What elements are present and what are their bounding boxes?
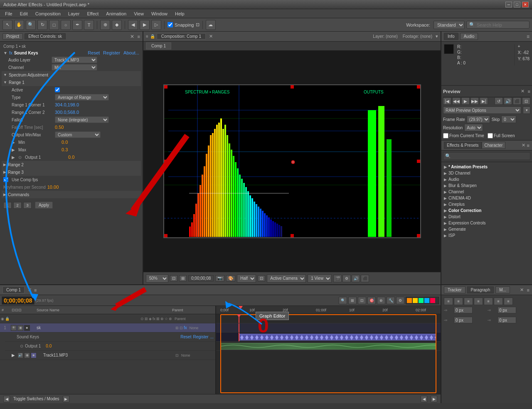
view-select[interactable]: 1 View [308,274,332,283]
loop-btn[interactable]: ↺ [495,97,503,105]
range3-header[interactable]: ▶ Range 3 [2,168,141,176]
tl-btn-2[interactable]: ⊡ [358,297,366,304]
effect-icon[interactable]: fx [153,317,155,321]
timeline-color-1[interactable] [407,298,412,303]
menu-effect[interactable]: Effect [84,10,102,17]
use-comp-fps-checkbox[interactable] [3,177,8,182]
comp-fit-btn[interactable]: ⊡ [170,275,177,281]
layer-eye-1[interactable]: 👁 [11,325,17,331]
render-btn-1[interactable]: 🎬 [333,275,342,282]
effects-category-cineplus[interactable]: ▶ Cineplus [442,201,531,207]
timecode-display[interactable]: 0;00;00;08 [188,275,214,281]
menu-file[interactable]: File [2,10,16,17]
output1-tl-value[interactable]: 0.0 [46,344,52,348]
close-button[interactable]: ✕ [522,2,529,7]
skip-select[interactable]: 0 [501,116,516,123]
preview-menu[interactable]: ≡ [528,89,530,94]
sublayer-sound-keys[interactable]: Sound Keys Reset Register ... [5,333,215,342]
project-tab[interactable]: Project [2,33,23,39]
timeline-color-4[interactable] [424,298,429,303]
tool-text[interactable]: T [84,20,94,30]
effects-presets-tab[interactable]: Effects & Presets [444,142,482,149]
comp-close-icon[interactable]: ✕ [209,34,213,39]
solo-icon[interactable]: ◉ [1,317,4,321]
effects-category-isp[interactable]: ▶ ISP [442,232,531,239]
timeline-close[interactable]: ✕ [28,287,32,293]
ram-preview-select[interactable]: RAM Preview Options [443,106,521,114]
audio-waveform-bar[interactable] [220,343,436,350]
layer-color-1[interactable]: ■ [24,325,30,331]
frame-blend-icon[interactable]: ⊠ [156,317,160,321]
effect-controls-tab[interactable]: Effect Controls: sk [25,33,66,39]
spectrum-adjustment-header[interactable]: ▼ Spectrum Adjustment [2,71,141,79]
layer-switch-1a[interactable]: ⊞ [175,326,179,330]
range1-corner2-value[interactable]: 300.0,568.0 [55,110,79,115]
min-value[interactable]: 0.0 [62,140,68,145]
snapshot-btn[interactable]: 📷 [215,275,224,281]
tool-next-frame[interactable]: ▶ [140,20,150,30]
timeline-timecode[interactable]: 0;00;00;08 [2,296,34,305]
menu-edit[interactable]: Edit [17,10,31,17]
ec-about-link[interactable]: About... [123,50,139,55]
tl-btn-6[interactable]: ⚙ [396,297,404,304]
timeline-menu[interactable]: ≡ [34,288,37,293]
tool-anchor[interactable]: ⊕ [100,20,110,30]
align-left-btn[interactable]: ≡ [444,298,453,305]
tool-ram-preview[interactable]: ▷ [151,20,161,30]
sublayer-output1[interactable]: ⊙ Output 1 0.0 [5,342,215,351]
sound-keys-more[interactable]: ... [210,335,214,339]
ec-reset-link[interactable]: Reset [88,50,100,55]
toggle-btn-1[interactable]: ◀ [3,396,10,402]
align-justify4-btn[interactable]: ≡ [504,298,513,305]
prev-frame-btn[interactable]: ◀◀ [452,97,461,105]
menu-composition[interactable]: Composition [32,10,64,17]
align-right-btn[interactable]: ≡ [464,298,473,305]
effects-category-expression[interactable]: ▶ Expression Controls [442,220,531,226]
comp-menu-icon[interactable]: ▾ [436,34,438,39]
tool-shape-rect[interactable]: □ [49,20,59,30]
layer-fx-badge[interactable]: fx [184,325,187,330]
layer-eye-2[interactable]: 🔊 [17,352,23,358]
keyframes-value[interactable]: 10.00 [47,185,59,190]
tool-motion-blur[interactable]: ☁ [206,20,216,30]
play-btn[interactable]: ▶ [461,97,470,105]
fullscreen-preview-btn[interactable]: ⊡ [522,97,530,105]
m-tab[interactable]: M... [495,286,510,293]
tool-prev-frame[interactable]: ◀ [128,20,138,30]
effects-close[interactable]: ✕ [522,143,525,148]
falloff-time-value[interactable]: 0.50 [55,125,64,130]
align-center-btn[interactable]: ≡ [454,298,463,305]
sound-keys-register[interactable]: Register [193,335,208,339]
camera-select[interactable]: Active Camera [267,274,306,283]
effects-category-color[interactable]: ▶ Color Correction [442,207,531,214]
shy-icon[interactable]: ⊙ [140,317,144,321]
timeline-tab[interactable]: Comp 1 [2,286,25,293]
workspace-select[interactable]: Standard [433,21,465,29]
tl-btn-3[interactable]: 🎯 [367,297,376,304]
next-frame-btn[interactable]: ▶▶ [470,97,479,105]
ec-register-link[interactable]: Register [103,50,120,55]
effects-search-input[interactable] [453,154,528,158]
comp-panel-icon[interactable]: ≡ [146,34,148,39]
layer-solo-1[interactable]: ◉ [17,325,23,331]
timeline-color-3[interactable] [419,298,424,303]
range1-corner1-value[interactable]: 304.0,198.0 [55,102,79,107]
composition-viewer[interactable]: SPECTRUM • RANGES OUTPUTS [143,51,441,272]
effects-category-3d[interactable]: ▶ 3D Channel [442,170,531,176]
cmd-btn-2[interactable]: 2 [13,202,22,209]
effects-category-channel[interactable]: ▶ Channel [442,189,531,195]
timeline-color-5[interactable] [430,298,435,303]
timeline-nav-right[interactable]: ▶ [431,396,437,402]
layer-name-audio[interactable]: Track11.MP3 [42,353,174,357]
layer-switch-2a[interactable]: ⊡ [175,353,179,357]
tool-hand[interactable]: ✋ [14,20,24,30]
adjustment-icon[interactable]: ☆ [165,317,168,321]
menu-view[interactable]: View [131,10,147,17]
timeline-nav-left[interactable]: ◀ [421,396,427,402]
tl-btn-5[interactable]: 🔧 [387,297,395,304]
minimize-button[interactable]: ─ [505,2,512,7]
3d-icon[interactable]: ⊗ [169,317,172,321]
skip-end-btn[interactable]: ▶| [480,97,488,105]
tracker-tab[interactable]: Tracker [444,286,466,293]
preview-close[interactable]: ✕ [521,89,525,94]
